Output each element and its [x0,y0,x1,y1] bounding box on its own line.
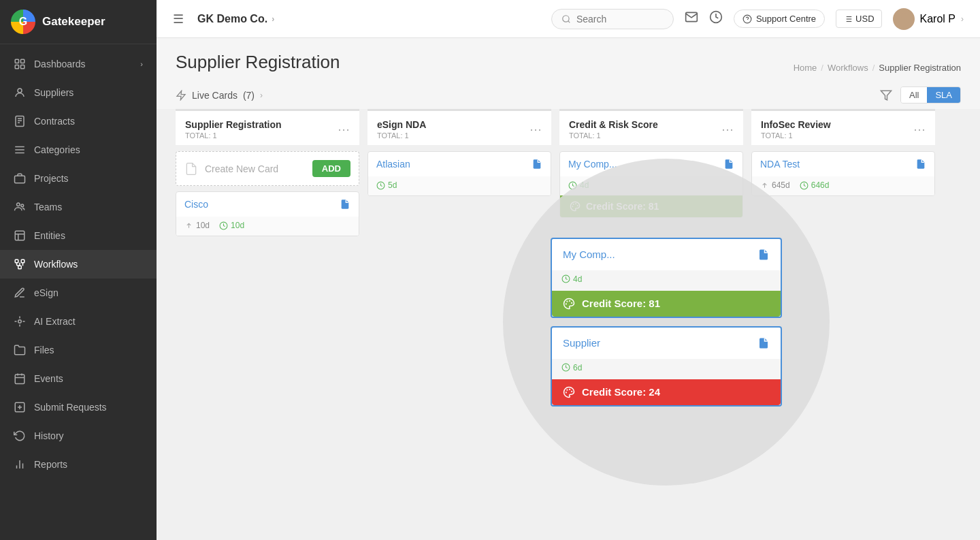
card-cisco[interactable]: Cisco 10d 10d [176,191,359,236]
main-content: ☰ GK Demo Co. › Support Centre USD [157,0,980,540]
sidebar-item-events[interactable]: Events [0,364,157,393]
sidebar-item-submit-requests[interactable]: Submit Requests [0,393,157,422]
search-box[interactable] [551,9,674,29]
live-cards-button[interactable]: Live Cards (7) › [176,90,263,101]
add-button[interactable]: ADD [312,160,350,177]
svg-point-17 [18,320,22,323]
mail-icon[interactable] [685,10,698,27]
kanban-board: Supplier Registration TOTAL: 1 ⋯ Create … [157,109,980,540]
contracts-icon [14,115,26,127]
sidebar-item-projects[interactable]: Projects [0,164,157,193]
col-total-credit-risk: TOTAL: 1 [569,131,658,140]
sidebar-label-categories: Categories [34,144,80,155]
col-body-esign-nda: Atlasian 5d [368,146,551,529]
sidebar-item-teams[interactable]: Teams [0,193,157,221]
avatar [893,8,915,30]
create-card-button[interactable]: Create New Card ADD [176,151,359,186]
sidebar-item-esign[interactable]: eSign [0,279,157,307]
breadcrumb-home[interactable]: Home [794,63,817,73]
col-menu-infosec[interactable]: ⋯ [913,122,926,137]
currency-selector[interactable]: USD [836,10,881,28]
card-nda-test[interactable]: NDA Test 645d 646d [751,151,935,196]
create-card-left: Create New Card [184,162,278,176]
app-logo-icon: G [11,10,35,34]
card-body-atlasian: Atlasian [368,152,551,176]
svg-marker-38 [177,91,185,99]
card-body-nda-test: NDA Test [752,152,934,176]
upload-icon-nda-test [760,181,769,190]
create-card-icon [184,162,198,176]
sidebar-item-categories[interactable]: Categories [0,136,157,164]
support-centre-button[interactable]: Support Centre [734,10,825,28]
live-cards-count: (7) [243,90,255,101]
toggle-all-button[interactable]: All [901,87,927,103]
create-card-label: Create New Card [205,163,278,174]
notifications-icon[interactable] [709,10,723,27]
clock-icon-my-comp [568,181,577,190]
sidebar-label-contracts: Contracts [34,116,75,127]
card-meta-time2-nda-test: 646d [800,180,830,190]
kanban-col-credit-risk: Credit & Risk Score TOTAL: 1 ⋯ My Comp..… [559,109,743,529]
sidebar-item-history[interactable]: History [0,422,157,450]
sidebar-label-esign: eSign [34,287,59,298]
toolbar-right: All SLA [880,86,961,104]
view-toggle: All SLA [900,86,961,104]
svg-rect-12 [15,231,24,240]
card-doc-icon [340,199,350,210]
esign-icon [14,287,26,299]
toolbar: Live Cards (7) › All SLA [157,81,980,109]
card-my-comp[interactable]: My Comp... 4d Credit Score: 81 [559,151,743,218]
user-menu[interactable]: Karol P › [893,8,964,30]
sidebar-item-reports[interactable]: Reports [0,450,157,479]
hamburger-menu-icon[interactable]: ☰ [173,12,184,27]
projects-icon [14,172,26,185]
svg-rect-1 [21,59,24,63]
col-menu-esign-nda[interactable]: ⋯ [529,122,542,137]
col-menu-credit-risk[interactable]: ⋯ [721,122,734,137]
sidebar-item-entities[interactable]: Entities [0,221,157,250]
filter-icon[interactable] [880,89,892,101]
company-selector[interactable]: GK Demo Co. › [197,13,274,25]
breadcrumb-workflows[interactable]: Workflows [828,63,868,73]
col-header-credit-risk: Credit & Risk Score TOTAL: 1 ⋯ [559,109,743,145]
col-menu-supplier-registration[interactable]: ⋯ [338,122,350,137]
search-input[interactable] [576,14,658,25]
sidebar-label-history: History [34,430,64,441]
sidebar-label-submit-requests: Submit Requests [34,402,107,413]
sidebar-item-ai-extract[interactable]: AI Extract [0,307,157,336]
card-body-my-comp: My Comp... [560,152,742,176]
col-total-esign-nda: TOTAL: 1 [377,131,426,140]
card-name-atlasian: Atlasian [376,159,410,170]
kanban-col-supplier-registration: Supplier Registration TOTAL: 1 ⋯ Create … [176,109,359,529]
teams-icon [14,201,26,213]
svg-rect-3 [21,65,24,69]
sidebar-item-contracts[interactable]: Contracts [0,107,157,136]
search-icon [561,14,571,24]
col-total-supplier-registration: TOTAL: 1 [185,131,282,140]
sidebar-label-reports: Reports [34,459,67,470]
sidebar-item-dashboards[interactable]: Dashboards › [0,50,157,78]
sidebar-item-files[interactable]: Files [0,336,157,364]
currency-icon [843,14,853,24]
sidebar-item-workflows[interactable]: Workflows [0,250,157,279]
toggle-sla-button[interactable]: SLA [927,87,960,103]
sidebar-label-ai-extract: AI Extract [34,316,76,327]
card-footer-nda-test: 645d 646d [752,176,934,195]
events-icon [14,372,26,385]
col-body-credit-risk: My Comp... 4d Credit Score: 81 [559,146,743,529]
svg-point-37 [900,12,906,18]
app-name: Gatekeeper [42,15,105,29]
card-name-nda-test: NDA Test [760,159,800,170]
submit-requests-icon [14,401,26,413]
col-title-infosec: InfoSec Review [761,119,831,130]
breadcrumb-sep2: / [872,63,875,73]
card-atlasian[interactable]: Atlasian 5d [368,151,551,196]
credit-score-badge-my-comp: Credit Score: 81 [560,195,742,217]
svg-point-47 [572,206,573,207]
svg-line-27 [568,20,570,22]
sidebar-label-suppliers: Suppliers [34,87,74,98]
history-icon [14,430,26,442]
upload-icon-cisco [184,221,193,230]
sidebar-item-suppliers[interactable]: Suppliers [0,78,157,107]
kanban-col-infosec: InfoSec Review TOTAL: 1 ⋯ NDA Test [751,109,935,529]
